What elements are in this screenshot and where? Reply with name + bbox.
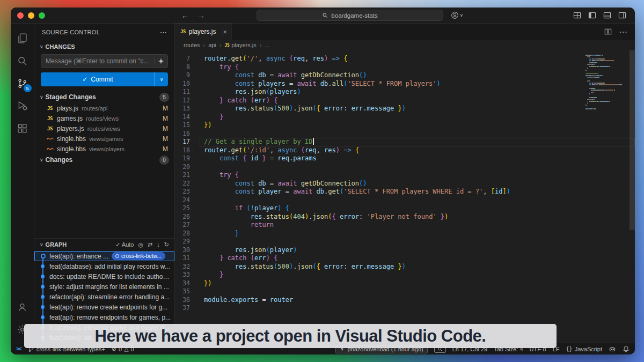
breadcrumb[interactable]: routes›api›JSplayers.js›... — [175, 40, 635, 50]
code-line[interactable]: 36module.exports = router — [175, 296, 635, 305]
code-line[interactable]: 29 — [175, 238, 635, 246]
accounts-icon[interactable] — [11, 295, 34, 318]
file-row[interactable]: single.hbsviews/gamesM — [34, 134, 174, 144]
code-line[interactable]: 8 try { — [175, 63, 635, 72]
commit-dropdown-button[interactable]: ∨ — [155, 72, 168, 86]
run-debug-icon[interactable] — [11, 94, 34, 117]
code-editor[interactable]: 7router.get('/', async (req, res) => {8 … — [175, 50, 635, 343]
fetch-icon[interactable]: ↓ — [157, 241, 160, 248]
scrollbar-thumb[interactable] — [630, 50, 635, 230]
graph-header[interactable]: ∨ GRAPH ✓ Auto ◎ ⇄ ↓ ↻ — [34, 239, 174, 250]
code-line[interactable]: 12 } catch (err) { — [175, 97, 635, 105]
code-line[interactable]: 35 — [175, 287, 635, 296]
command-center-search[interactable]: boardgame-stats — [257, 10, 443, 21]
code-line[interactable]: 37 — [175, 304, 635, 313]
code-line[interactable]: 34}) — [175, 279, 635, 288]
remote-indicator[interactable]: >< — [16, 346, 21, 352]
code-line[interactable]: 14 } — [175, 113, 635, 122]
line-number: 36 — [175, 296, 200, 305]
close-window-button[interactable] — [17, 12, 24, 19]
commit-row[interactable]: refactor(api): streamline error handling… — [34, 292, 174, 302]
minimap-line — [586, 105, 626, 106]
toggle-panel-icon[interactable] — [603, 11, 611, 19]
code-line[interactable]: 11 res.json(players) — [175, 88, 635, 97]
code-line[interactable]: 33 } — [175, 271, 635, 279]
code-line[interactable]: 31 } catch (err) { — [175, 254, 635, 263]
tab-players-js[interactable]: JS players.js × — [175, 24, 232, 40]
commit-row[interactable]: feat(api): remove endpoints for games, p… — [34, 312, 174, 322]
file-row[interactable]: JSplayers.jsroutes/viewsM — [34, 123, 174, 134]
code-line[interactable]: 15}) — [175, 121, 635, 130]
explorer-icon[interactable] — [11, 27, 34, 49]
file-name: single.hbs — [57, 145, 86, 153]
copilot-status-icon[interactable] — [609, 345, 616, 353]
code-line[interactable]: 23 const player = await db.get('SELECT *… — [175, 188, 635, 196]
zoom-window-button[interactable] — [39, 12, 45, 19]
commit-row[interactable]: style: adjust margins for list elements … — [34, 282, 174, 292]
code-line[interactable]: 16 — [175, 130, 635, 138]
copilot-sparkle-icon[interactable] — [158, 58, 164, 64]
toggle-primary-sidebar-icon[interactable] — [588, 11, 596, 19]
code-line[interactable]: 24 — [175, 196, 635, 205]
source-control-icon[interactable]: 5 — [11, 72, 34, 94]
language-mode-item[interactable]: {} JavaScript — [566, 346, 602, 352]
breadcrumb-item[interactable]: ... — [265, 42, 269, 48]
back-icon[interactable]: ← — [181, 11, 189, 20]
commit-message: feat(api): remove endpoints for games, p… — [49, 314, 171, 321]
code-line[interactable]: 27 return — [175, 221, 635, 230]
more-actions-icon[interactable]: ⋯ — [160, 28, 167, 36]
minimize-window-button[interactable] — [28, 12, 34, 19]
code-line[interactable]: 26 res.status(404).json({ error: 'Player… — [175, 213, 635, 221]
forward-icon[interactable]: → — [197, 11, 205, 20]
commit-button[interactable]: ✓ Commit ∨ — [41, 72, 168, 86]
code-line[interactable]: 10 const players = await db.all('SELECT … — [175, 80, 635, 88]
code-line[interactable]: 17// Get a single player by ID — [175, 138, 635, 146]
code-line[interactable]: 20 — [175, 163, 635, 172]
code-line[interactable]: 28 } — [175, 230, 635, 238]
changes-header[interactable]: ∨ Changes 0 — [34, 154, 174, 166]
minimap-line — [586, 110, 626, 111]
refresh-icon[interactable]: ↻ — [164, 241, 169, 248]
more-actions-icon[interactable]: ⋯ — [619, 27, 627, 37]
commit-row[interactable]: docs: update README to include author ..… — [34, 271, 174, 282]
minimap[interactable] — [586, 55, 626, 112]
toggle-secondary-sidebar-icon[interactable] — [618, 11, 626, 19]
extensions-icon[interactable] — [11, 117, 34, 139]
file-row[interactable]: JSplays.jsroutes/apiM — [34, 103, 174, 113]
code-line[interactable]: 9 const db = await getDbConnection() — [175, 71, 635, 80]
breadcrumb-separator-icon: › — [219, 42, 222, 48]
search-icon[interactable] — [11, 49, 34, 72]
commit-row[interactable]: feat(database): add initial play records… — [34, 261, 174, 271]
branch-tag[interactable]: cross-link-betw... — [112, 252, 165, 260]
breadcrumb-item[interactable]: routes — [184, 42, 200, 48]
code-line[interactable]: 18router.get('/:id', async (req, res) =>… — [175, 146, 635, 155]
code-line[interactable]: 25 if (!player) { — [175, 204, 635, 213]
commit-message-input[interactable]: Message (⌘Enter to commit on "c... — [41, 54, 168, 68]
notifications-bell-icon[interactable] — [623, 345, 630, 352]
breadcrumb-item[interactable]: api — [208, 42, 216, 48]
target-icon[interactable]: ◎ — [138, 241, 143, 248]
close-icon[interactable]: × — [223, 28, 227, 36]
code-line[interactable]: 7router.get('/', async (req, res) => { — [175, 55, 635, 63]
code-line[interactable]: 19 const { id } = req.params — [175, 154, 635, 163]
code-line[interactable]: 30 res.json(player) — [175, 246, 635, 255]
code-line[interactable]: 22 const db = await getDbConnection() — [175, 180, 635, 188]
auto-checkbox[interactable]: ✓ Auto — [115, 241, 134, 248]
file-row[interactable]: single.hbsviews/playersM — [34, 144, 174, 154]
code-line[interactable]: 32 res.status(500).json({ error: err.mes… — [175, 263, 635, 271]
commit-dot-icon — [41, 305, 45, 309]
commit-row[interactable]: feat(api): enhance ...cross-link-betw... — [34, 251, 174, 261]
profile-button[interactable]: ∨ — [451, 11, 463, 19]
file-row[interactable]: JSgames.jsroutes/viewsM — [34, 113, 174, 123]
breadcrumb-item[interactable]: JSplayers.js — [225, 42, 257, 48]
customize-layout-icon[interactable] — [573, 11, 581, 19]
line-number: 28 — [175, 230, 200, 238]
compare-icon[interactable]: ⇄ — [148, 241, 152, 248]
staged-changes-header[interactable]: ∨ Staged Changes 5 — [34, 91, 174, 103]
split-editor-icon[interactable] — [604, 28, 612, 35]
section-changes-header[interactable]: ∨ CHANGES — [34, 41, 174, 53]
commit-row[interactable]: feat(api): remove create endpoints for g… — [34, 302, 174, 312]
code-line[interactable]: 21 try { — [175, 171, 635, 180]
commit-dot-icon — [41, 285, 45, 289]
code-line[interactable]: 13 res.status(500).json({ error: err.mes… — [175, 105, 635, 113]
